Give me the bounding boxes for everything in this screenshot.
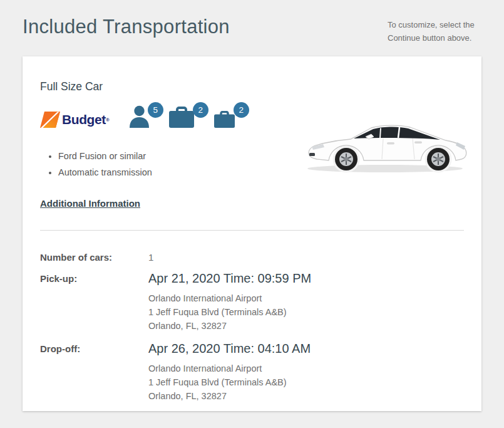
number-of-cars-row: Number of cars: 1	[40, 250, 464, 263]
passenger-capacity: 5	[130, 105, 163, 128]
dropoff-row: Drop-off: Apr 26, 2020 Time: 04:10 AM Or…	[40, 342, 464, 403]
vehicle-card: Full Size Car Budget®	[23, 56, 481, 411]
small-bag-capacity: 2	[214, 111, 249, 128]
address-line: Orlando International Airport	[148, 362, 311, 375]
included-transportation-page: { "header": { "title": "Included Transpo…	[0, 0, 504, 428]
registered-mark: ®	[106, 117, 110, 123]
address-line: Orlando International Airport	[148, 291, 311, 305]
dropoff-info: Apr 26, 2020 Time: 04:10 AM Orlando Inte…	[148, 342, 311, 403]
vehicle-class-title: Full Size Car	[40, 80, 464, 93]
capacity-icons: 5 2 2	[130, 105, 249, 128]
address-line: 1 Jeff Fuqua Blvd (Terminals A&B)	[148, 305, 311, 319]
budget-logo: Budget®	[40, 112, 110, 128]
budget-logo-icon	[40, 112, 60, 128]
passenger-count-badge: 5	[148, 102, 163, 118]
dropoff-datetime: Apr 26, 2020 Time: 04:10 AM	[148, 342, 311, 356]
pickup-datetime: Apr 21, 2020 Time: 09:59 PM	[148, 271, 311, 286]
dropoff-label: Drop-off:	[40, 342, 148, 403]
pickup-info: Apr 21, 2020 Time: 09:59 PM Orlando Inte…	[148, 271, 311, 333]
budget-brand-name: Budget	[62, 112, 106, 127]
dropoff-address: Orlando International Airport 1 Jeff Fuq…	[148, 362, 311, 403]
address-line: Orlando, FL, 32827	[148, 389, 311, 403]
customize-note-line: Continue button above.	[388, 31, 481, 44]
small-bag-icon	[214, 111, 235, 128]
pickup-label: Pick-up:	[40, 271, 148, 333]
large-bag-count-badge: 2	[193, 102, 208, 118]
pickup-row: Pick-up: Apr 21, 2020 Time: 09:59 PM Orl…	[40, 271, 464, 333]
additional-information-link[interactable]: Additional Information	[40, 198, 140, 209]
address-line: 1 Jeff Fuqua Blvd (Terminals A&B)	[148, 375, 311, 389]
passenger-icon	[130, 105, 149, 128]
page-title: Included Transportation	[23, 16, 230, 38]
large-bag-capacity: 2	[169, 107, 208, 128]
page-header: Included Transportation To customize, se…	[0, 0, 504, 44]
large-bag-icon	[169, 107, 194, 128]
customize-note-line: To customize, select the	[388, 18, 481, 31]
rental-details: Number of cars: 1 Pick-up: Apr 21, 2020 …	[40, 250, 464, 403]
pickup-address: Orlando International Airport 1 Jeff Fuq…	[148, 291, 311, 333]
customize-note: To customize, select the Continue button…	[388, 16, 481, 44]
small-bag-count-badge: 2	[234, 102, 249, 118]
vehicle-image	[305, 109, 468, 177]
address-line: Orlando, FL, 32827	[148, 319, 311, 333]
number-of-cars-label: Number of cars:	[40, 250, 148, 263]
divider	[40, 230, 464, 231]
number-of-cars-value: 1	[148, 250, 153, 263]
